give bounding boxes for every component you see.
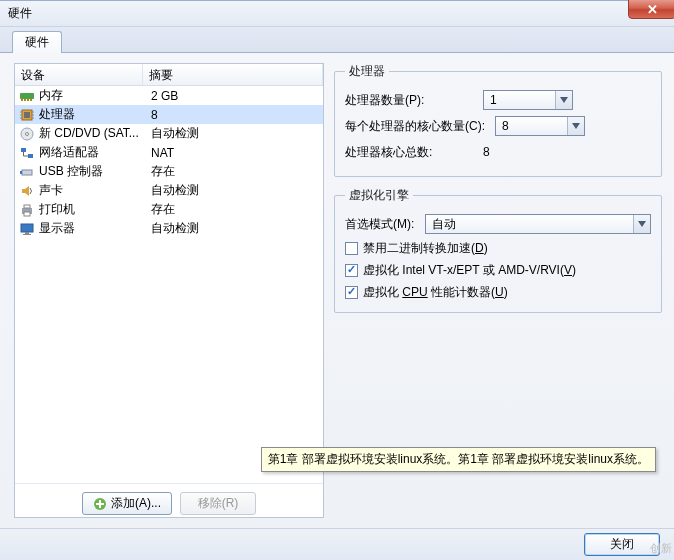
- svg-rect-20: [24, 205, 30, 208]
- device-row[interactable]: 处理器8: [15, 105, 323, 124]
- chevron-down-icon: [567, 117, 584, 135]
- device-summary: 2 GB: [147, 89, 319, 103]
- virtualization-group: 虚拟化引擎 首选模式(M): 自动 禁用二进制转换加速(D)虚拟化 Intel …: [334, 187, 662, 313]
- add-device-button[interactable]: 添加(A)...: [82, 492, 172, 515]
- sound-icon: [19, 183, 35, 199]
- cores-per-processor-label: 每个处理器的核心数量(C):: [345, 118, 495, 135]
- virtualization-legend: 虚拟化引擎: [345, 187, 413, 204]
- device-summary: 自动检测: [147, 220, 319, 237]
- svg-rect-6: [24, 112, 30, 118]
- memory-icon: [19, 88, 35, 104]
- svg-rect-4: [30, 99, 32, 101]
- chevron-down-icon: [633, 215, 650, 233]
- tab-bar: 硬件: [0, 27, 674, 53]
- printer-icon: [19, 202, 35, 218]
- svg-rect-27: [96, 503, 104, 505]
- svg-rect-17: [22, 170, 32, 175]
- hardware-settings-window: 硬件 ✕ 硬件 设备 摘要 内存2 GB处理器8新 CD/DVD (SAT...…: [0, 0, 674, 560]
- svg-rect-1: [21, 99, 23, 101]
- device-row[interactable]: 内存2 GB: [15, 86, 323, 105]
- cores-per-processor-value: 8: [502, 119, 509, 133]
- svg-rect-18: [20, 171, 22, 174]
- device-summary: 存在: [147, 163, 319, 180]
- checkbox-icon[interactable]: [345, 242, 358, 255]
- svg-rect-24: [23, 234, 31, 235]
- device-summary: 存在: [147, 201, 319, 218]
- checkbox-label: 虚拟化 Intel VT-x/EPT 或 AMD-V/RVI(V): [363, 262, 576, 279]
- svg-rect-23: [25, 232, 29, 234]
- device-row[interactable]: 打印机存在: [15, 200, 323, 219]
- disc-icon: [19, 126, 35, 142]
- svg-rect-0: [20, 93, 34, 99]
- processor-count-select[interactable]: 1: [483, 90, 573, 110]
- cores-per-processor-select[interactable]: 8: [495, 116, 585, 136]
- checkbox-label: 禁用二进制转换加速(D): [363, 240, 488, 257]
- svg-rect-2: [24, 99, 26, 101]
- usb-icon: [19, 164, 35, 180]
- total-cores-label: 处理器核心总数:: [345, 144, 483, 161]
- device-row[interactable]: 网络适配器NAT: [15, 143, 323, 162]
- svg-rect-22: [21, 224, 33, 232]
- processor-count-label: 处理器数量(P):: [345, 92, 483, 109]
- processor-count-value: 1: [490, 93, 497, 107]
- processor-legend: 处理器: [345, 63, 389, 80]
- virtualization-option[interactable]: 禁用二进制转换加速(D): [345, 238, 651, 258]
- close-icon: ✕: [647, 2, 658, 17]
- device-row[interactable]: 新 CD/DVD (SAT...自动检测: [15, 124, 323, 143]
- device-summary: 8: [147, 108, 319, 122]
- dialog-footer: 关闭: [0, 528, 674, 560]
- remove-device-button: 移除(R): [180, 492, 256, 515]
- total-cores-value: 8: [483, 145, 651, 159]
- add-icon: [93, 497, 107, 511]
- virtualization-option[interactable]: 虚拟化 Intel VT-x/EPT 或 AMD-V/RVI(V): [345, 260, 651, 280]
- device-list-header: 设备 摘要: [15, 64, 323, 86]
- network-icon: [19, 145, 35, 161]
- device-row[interactable]: 声卡自动检测: [15, 181, 323, 200]
- device-name: 新 CD/DVD (SAT...: [39, 125, 147, 142]
- device-name: 内存: [39, 87, 147, 104]
- svg-rect-21: [24, 212, 30, 216]
- tooltip: 第1章 部署虚拟环境安装linux系统。第1章 部署虚拟环境安装linux系统。: [261, 447, 656, 472]
- svg-rect-16: [28, 154, 33, 158]
- preferred-mode-select[interactable]: 自动: [425, 214, 651, 234]
- close-button-label: 关闭: [610, 536, 634, 553]
- device-summary: NAT: [147, 146, 319, 160]
- chevron-down-icon: [555, 91, 572, 109]
- device-row[interactable]: USB 控制器存在: [15, 162, 323, 181]
- virtualization-option[interactable]: 虚拟化 CPU 性能计数器(U): [345, 282, 651, 302]
- window-title: 硬件: [8, 5, 32, 22]
- device-name: 处理器: [39, 106, 147, 123]
- processor-group: 处理器 处理器数量(P): 1 每个处理器的核心数量(C): 8: [334, 63, 662, 177]
- device-buttons: 添加(A)... 移除(R): [15, 483, 323, 517]
- device-summary: 自动检测: [147, 182, 319, 199]
- page-body: 设备 摘要 内存2 GB处理器8新 CD/DVD (SAT...自动检测网络适配…: [0, 53, 674, 528]
- device-name: 打印机: [39, 201, 147, 218]
- tab-hardware[interactable]: 硬件: [12, 31, 62, 53]
- checkbox-icon[interactable]: [345, 264, 358, 277]
- virtualization-checkboxes: 禁用二进制转换加速(D)虚拟化 Intel VT-x/EPT 或 AMD-V/R…: [345, 238, 651, 302]
- titlebar[interactable]: 硬件 ✕: [0, 1, 674, 27]
- preferred-mode-value: 自动: [432, 216, 456, 233]
- remove-button-label: 移除(R): [198, 495, 239, 512]
- checkbox-icon[interactable]: [345, 286, 358, 299]
- svg-rect-3: [27, 99, 29, 101]
- device-list[interactable]: 内存2 GB处理器8新 CD/DVD (SAT...自动检测网络适配器NATUS…: [15, 86, 323, 483]
- preferred-mode-label: 首选模式(M):: [345, 216, 425, 233]
- add-button-label: 添加(A)...: [111, 495, 161, 512]
- svg-rect-15: [21, 148, 26, 152]
- device-summary: 自动检测: [147, 125, 319, 142]
- svg-point-14: [26, 132, 29, 135]
- device-name: 网络适配器: [39, 144, 147, 161]
- display-icon: [19, 221, 35, 237]
- tab-label: 硬件: [25, 34, 49, 51]
- header-summary[interactable]: 摘要: [143, 64, 323, 85]
- device-row[interactable]: 显示器自动检测: [15, 219, 323, 238]
- header-device[interactable]: 设备: [15, 64, 143, 85]
- close-button[interactable]: 关闭: [584, 533, 660, 556]
- cpu-icon: [19, 107, 35, 123]
- window-close-button[interactable]: ✕: [628, 0, 674, 19]
- device-name: 显示器: [39, 220, 147, 237]
- device-name: 声卡: [39, 182, 147, 199]
- checkbox-label: 虚拟化 CPU 性能计数器(U): [363, 284, 508, 301]
- device-name: USB 控制器: [39, 163, 147, 180]
